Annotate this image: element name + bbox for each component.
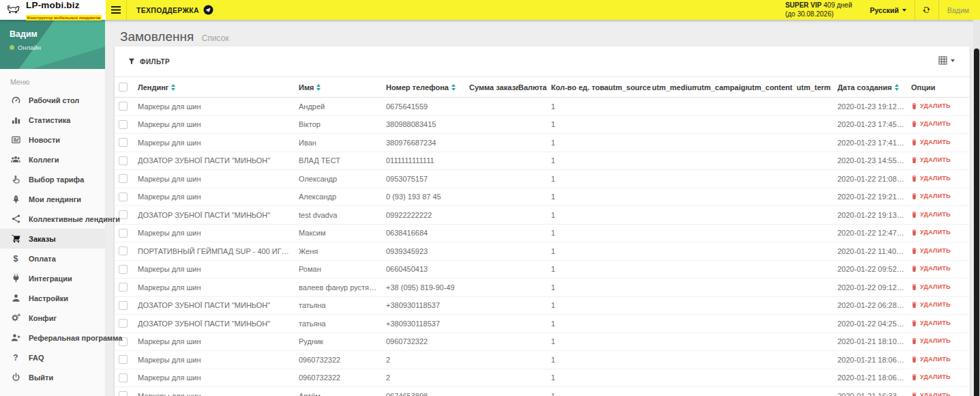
- sidebar-user-panel: Вадим Онлайн: [0, 20, 105, 69]
- delete-button[interactable]: УДАЛИТЬ: [911, 283, 951, 290]
- cell-options: УДАЛИТЬ: [911, 265, 970, 273]
- page-subtitle: Список: [202, 33, 229, 43]
- delete-button[interactable]: УДАЛИТЬ: [911, 193, 951, 199]
- delete-button[interactable]: УДАЛИТЬ: [911, 301, 951, 308]
- topbar-username[interactable]: Вадим: [939, 0, 980, 20]
- cell-qty: 1: [551, 356, 608, 364]
- cell-created: 2020-01-22 04:25:31: [837, 320, 911, 328]
- delete-button[interactable]: УДАЛИТЬ: [911, 120, 951, 127]
- column-header-landing[interactable]: Лендинг: [138, 83, 299, 91]
- row-checkbox[interactable]: [119, 246, 128, 255]
- sidebar-item-my-landings[interactable]: Мои лендинги: [0, 189, 105, 209]
- delete-button[interactable]: УДАЛИТЬ: [911, 247, 951, 254]
- grid-icon: [938, 56, 947, 65]
- row-checkbox[interactable]: [119, 156, 128, 165]
- row-checkbox[interactable]: [119, 102, 128, 111]
- delete-button[interactable]: УДАЛИТЬ: [911, 392, 951, 396]
- cell-created: 2020-01-23 17:41:43: [837, 139, 911, 147]
- row-checkbox[interactable]: [119, 319, 128, 328]
- language-selector[interactable]: Русский: [862, 0, 915, 20]
- sidebar-item-stats[interactable]: Статистика: [0, 110, 105, 130]
- page-scrollbar-track: [973, 20, 980, 396]
- orders-icon: [10, 234, 21, 244]
- cell-phone: 2: [386, 356, 469, 364]
- hamburger-icon: [111, 6, 121, 14]
- filter-icon: [128, 58, 135, 65]
- delete-button[interactable]: УДАЛИТЬ: [911, 156, 951, 163]
- row-checkbox[interactable]: [119, 301, 128, 310]
- delete-button[interactable]: УДАЛИТЬ: [911, 265, 951, 272]
- table-row: Маркеры для шинОлександр095307515712020-…: [115, 170, 970, 188]
- sidebar-item-referral[interactable]: Реферальная программа: [0, 328, 105, 348]
- sidebar-item-dashboard[interactable]: Рабочий стол: [0, 90, 105, 110]
- row-checkbox[interactable]: [119, 120, 128, 129]
- cell-created: 2020-01-21 18:06:50: [837, 356, 911, 364]
- table-row: Маркеры для шин0960732322212020-01-21 18…: [115, 351, 970, 369]
- sidebar-item-logout[interactable]: Выйти: [0, 367, 105, 387]
- cell-landing: Маркеры для шин: [138, 193, 299, 201]
- page-scrollbar[interactable]: [974, 48, 979, 396]
- column-header-created[interactable]: Дата создания: [837, 83, 911, 91]
- filter-button[interactable]: ФИЛЬТР: [128, 58, 170, 66]
- sidebar-item-config[interactable]: Конфиг: [0, 308, 105, 328]
- support-button[interactable]: ТЕХПОДДЕРЖКА: [127, 0, 223, 20]
- row-checkbox[interactable]: [119, 355, 128, 364]
- sidebar-item-faq[interactable]: ? FAQ: [0, 348, 105, 367]
- sidebar-item-integrations[interactable]: Интеграции: [0, 268, 105, 288]
- column-header-phone[interactable]: Номер телефона: [386, 83, 469, 91]
- sidebar-item-collective-landings[interactable]: Коллективные лендинги: [0, 209, 105, 229]
- collective-landings-icon: [10, 214, 21, 225]
- sidebar-item-tariff[interactable]: Выбор тарифа: [0, 169, 105, 189]
- delete-button[interactable]: УДАЛИТЬ: [911, 139, 951, 145]
- tariff-icon: [10, 174, 21, 185]
- cell-name: Женя: [299, 247, 386, 255]
- my-landings-icon: [10, 194, 21, 205]
- cell-options: УДАЛИТЬ: [911, 356, 970, 364]
- delete-button[interactable]: УДАЛИТЬ: [911, 102, 951, 109]
- delete-button[interactable]: УДАЛИТЬ: [911, 373, 951, 380]
- cell-landing: Маркеры для шин: [138, 337, 299, 345]
- sidebar-toggle-button[interactable]: [106, 0, 126, 20]
- row-checkbox[interactable]: [119, 174, 128, 183]
- chevron-down-icon: [902, 9, 906, 12]
- sidebar-item-settings[interactable]: Настройки: [0, 288, 105, 308]
- select-all-checkbox[interactable]: [119, 83, 128, 91]
- row-checkbox[interactable]: [119, 265, 128, 274]
- plan-until: (до 30.08.2026): [785, 10, 833, 18]
- row-checkbox[interactable]: [119, 391, 128, 396]
- news-icon: [10, 135, 21, 145]
- row-checkbox[interactable]: [119, 229, 128, 238]
- stats-icon: [10, 115, 21, 126]
- row-checkbox[interactable]: [119, 138, 128, 147]
- column-header-utm_medium: utm_medium: [652, 83, 697, 91]
- table-row: Маркеры для шин0960732322212020-01-21 18…: [115, 369, 970, 388]
- delete-button[interactable]: УДАЛИТЬ: [911, 337, 951, 344]
- cell-phone: 0939345923: [386, 247, 469, 255]
- sidebar-item-colleagues[interactable]: Коллеги: [0, 150, 105, 169]
- cell-qty: 1: [551, 156, 608, 165]
- column-header-name[interactable]: Имя: [299, 83, 386, 91]
- row-checkbox[interactable]: [119, 373, 128, 382]
- cell-phone: 0953075157: [386, 175, 469, 183]
- row-checkbox[interactable]: [119, 193, 128, 201]
- logo[interactable]: LP-mobi.biz Конструктор мобильных лендин…: [0, 0, 106, 20]
- cell-name: Александр: [299, 193, 386, 201]
- cell-phone: 380976687234: [386, 139, 469, 147]
- cell-landing: Маркеры для шин: [138, 102, 299, 111]
- sidebar-item-news[interactable]: Новости: [0, 130, 105, 150]
- sidebar-item-orders[interactable]: Заказы: [0, 229, 105, 249]
- column-settings-button[interactable]: [938, 56, 955, 65]
- sidebar-item-payment[interactable]: $ Оплата: [0, 249, 105, 268]
- table-row: ДОЗАТОР ЗУБНОЇ ПАСТИ "МИНЬОН"test dvadva…: [115, 206, 970, 225]
- row-checkbox[interactable]: [119, 283, 128, 292]
- cell-qty: 1: [551, 247, 608, 255]
- delete-button[interactable]: УДАЛИТЬ: [911, 320, 951, 326]
- refresh-button[interactable]: [915, 0, 938, 20]
- cell-created: 2020-01-22 09:52:15: [837, 265, 911, 273]
- table-row: Маркеры для шинАлександр0 (93) 193 87 45…: [115, 188, 970, 207]
- cell-name: Иван: [299, 139, 386, 147]
- delete-button[interactable]: УДАЛИТЬ: [911, 175, 951, 182]
- delete-button[interactable]: УДАЛИТЬ: [911, 229, 951, 236]
- delete-button[interactable]: УДАЛИТЬ: [911, 211, 951, 218]
- delete-button[interactable]: УДАЛИТЬ: [911, 356, 951, 363]
